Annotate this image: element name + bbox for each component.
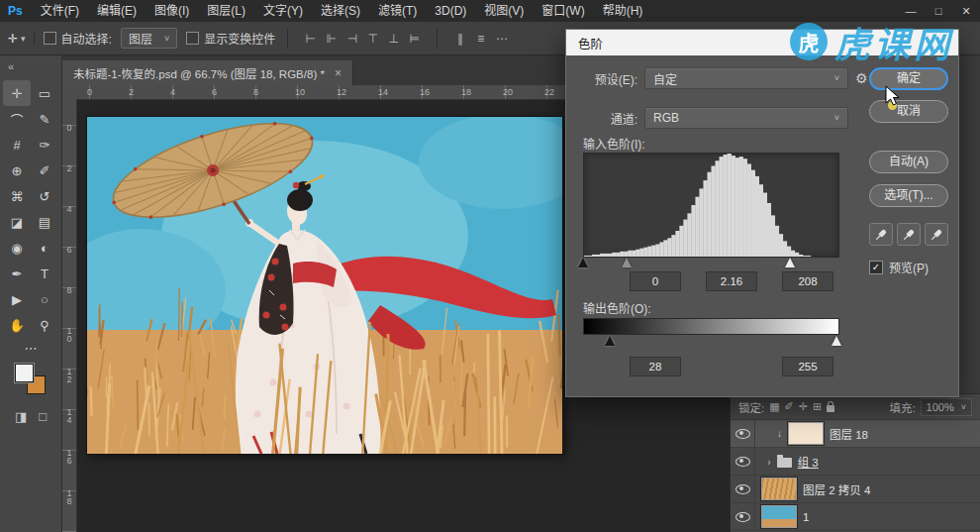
layer-row[interactable]: ↓图层 18 — [731, 420, 980, 448]
menu-item[interactable]: 文件(F) — [32, 0, 88, 22]
align-top-edges-icon[interactable]: ⊤ — [362, 32, 383, 46]
quick-selection-tool-icon[interactable]: ✎ — [31, 106, 58, 132]
cancel-button[interactable]: 取消 — [869, 100, 948, 123]
auto-button[interactable]: 自动(A) — [869, 151, 948, 173]
input-black-slider[interactable] — [578, 258, 588, 267]
rectangular-marquee-tool-icon[interactable]: ▭ — [31, 80, 58, 106]
fill-value-dropdown[interactable]: 100% ˅ — [921, 398, 972, 416]
channel-dropdown[interactable]: RGB ˅ — [644, 107, 848, 129]
output-white-field[interactable]: 255 — [782, 357, 833, 376]
visibility-toggle[interactable] — [731, 476, 755, 502]
distribute-more-icon[interactable]: ⋯ — [491, 32, 512, 46]
lock-position-icon[interactable]: ✛ — [799, 400, 808, 413]
layer-row[interactable]: ›组 3 — [731, 448, 980, 476]
canvas-artwork[interactable] — [87, 117, 562, 454]
visibility-toggle[interactable] — [731, 503, 755, 530]
input-gamma-slider[interactable] — [622, 258, 632, 267]
align-horizontal-centers-icon[interactable]: ⊩ — [321, 32, 342, 46]
eraser-tool-icon[interactable]: ◪ — [3, 209, 31, 235]
vertical-ruler[interactable]: 024681012141618 — [62, 99, 77, 532]
path-selection-tool-icon[interactable]: ▶ — [3, 286, 31, 312]
layer-row[interactable]: 图层 2 拷贝 4 — [731, 476, 980, 503]
ellipse-shape-tool-icon[interactable]: ○ — [31, 286, 58, 312]
lasso-tool-icon[interactable]: ⌒ — [3, 106, 31, 132]
tab-close-icon[interactable]: × — [335, 66, 342, 80]
menu-item[interactable]: 滤镜(T) — [369, 0, 426, 22]
align-left-edges-icon[interactable]: ⊢ — [300, 32, 321, 46]
foreground-color-swatch[interactable] — [15, 364, 34, 382]
layer-name[interactable]: 1 — [803, 511, 809, 523]
lock-artboard-icon[interactable]: ⊞ — [813, 400, 822, 413]
menu-item[interactable]: 视图(V) — [475, 0, 533, 22]
crop-tool-icon[interactable]: # — [3, 132, 31, 158]
black-point-eyedropper-icon[interactable] — [869, 223, 893, 246]
lock-transparent-pixels-icon[interactable]: ▦ — [769, 400, 779, 413]
ok-button[interactable]: 确定 — [869, 67, 948, 90]
output-white-slider[interactable] — [832, 336, 841, 346]
lock-image-pixels-icon[interactable]: ✐ — [785, 400, 794, 413]
type-tool-icon[interactable]: T — [31, 261, 58, 286]
hand-tool-icon[interactable]: ✋ — [3, 312, 31, 338]
distribute-vertical-icon[interactable]: ≡ — [470, 32, 491, 46]
menu-item[interactable]: 编辑(E) — [88, 0, 146, 22]
options-button[interactable]: 选项(T)... — [869, 184, 948, 207]
input-gamma-field[interactable]: 2.16 — [706, 271, 757, 291]
output-black-slider[interactable] — [605, 336, 615, 346]
menu-item[interactable]: 帮助(H) — [594, 0, 652, 22]
menu-item[interactable]: 选择(S) — [312, 0, 369, 22]
visibility-toggle[interactable] — [731, 420, 755, 447]
auto-select-checkbox[interactable] — [44, 32, 56, 45]
output-gradient-bar[interactable] — [583, 318, 839, 335]
layer-row[interactable]: 1 — [731, 503, 980, 531]
zoom-tool-icon[interactable]: ⚲ — [31, 312, 58, 338]
input-white-field[interactable]: 208 — [782, 271, 833, 291]
levels-histogram[interactable] — [583, 153, 839, 258]
input-black-field[interactable]: 0 — [630, 271, 681, 291]
lock-all-icon[interactable] — [827, 405, 834, 412]
show-transform-checkbox[interactable] — [186, 32, 199, 45]
menu-item[interactable]: 图像(I) — [146, 0, 198, 22]
layer-thumbnail[interactable] — [788, 422, 824, 445]
layer-thumbnail[interactable] — [761, 505, 797, 528]
menu-item[interactable]: 窗口(W) — [533, 0, 593, 22]
screen-mode-button[interactable]: □ — [39, 409, 47, 424]
menu-item[interactable]: 图层(L) — [198, 0, 254, 22]
layer-thumbnail[interactable] — [761, 478, 797, 500]
group-expand-chevron-icon[interactable]: › — [767, 456, 771, 468]
preview-checkbox[interactable]: ✓ — [869, 261, 883, 274]
pen-tool-icon[interactable]: ✒ — [3, 261, 31, 286]
spot-healing-brush-tool-icon[interactable]: ⊕ — [3, 158, 31, 183]
menu-item[interactable]: 文字(Y) — [254, 0, 312, 22]
current-tool-badge[interactable]: ✛ ▾ — [8, 32, 35, 46]
preset-label: 预设(E): — [576, 70, 637, 87]
collapse-tools-button[interactable]: « — [0, 54, 61, 80]
visibility-toggle[interactable] — [731, 448, 755, 475]
dodge-tool-icon[interactable]: ◐ — [31, 235, 58, 261]
preset-options-gear-icon[interactable]: ⚙ — [855, 70, 868, 86]
document-tab[interactable]: 未标题-1-恢复的.psd @ 66.7% (图层 18, RGB/8) * × — [62, 60, 353, 85]
clone-stamp-tool-icon[interactable]: ⌘ — [3, 183, 31, 209]
close-button[interactable]: ✕ — [952, 0, 980, 22]
move-tool-icon[interactable]: ✛ — [3, 80, 31, 106]
menu-item[interactable]: 3D(D) — [426, 0, 475, 22]
align-bottom-edges-icon[interactable]: ⊨ — [404, 32, 425, 46]
quick-mask-button[interactable]: ◨ — [15, 409, 27, 424]
align-right-edges-icon[interactable]: ⊣ — [342, 32, 362, 46]
auto-select-target-dropdown[interactable]: 图层 ˅ — [121, 28, 177, 49]
gradient-tool-icon[interactable]: ▤ — [31, 209, 58, 235]
eyedropper-tool-icon[interactable]: ✑ — [31, 132, 58, 158]
layer-name[interactable]: 图层 2 拷贝 4 — [803, 481, 870, 497]
brush-tool-icon[interactable]: ✐ — [31, 158, 58, 183]
output-black-field[interactable]: 28 — [630, 357, 681, 376]
layer-name[interactable]: 图层 18 — [830, 426, 868, 442]
preset-dropdown[interactable]: 自定 ˅ — [644, 67, 848, 89]
gray-point-eyedropper-icon[interactable] — [897, 223, 921, 246]
layer-name[interactable]: 组 3 — [798, 454, 819, 470]
distribute-horizontal-icon[interactable]: ∥ — [449, 32, 470, 46]
align-vertical-centers-icon[interactable]: ⊥ — [383, 32, 404, 46]
input-white-slider[interactable] — [785, 258, 795, 267]
white-point-eyedropper-icon[interactable] — [925, 223, 948, 246]
blur-tool-icon[interactable]: ◉ — [3, 235, 31, 261]
history-brush-tool-icon[interactable]: ↺ — [31, 183, 58, 209]
edit-toolbar-button[interactable]: ⋯ — [0, 341, 61, 356]
